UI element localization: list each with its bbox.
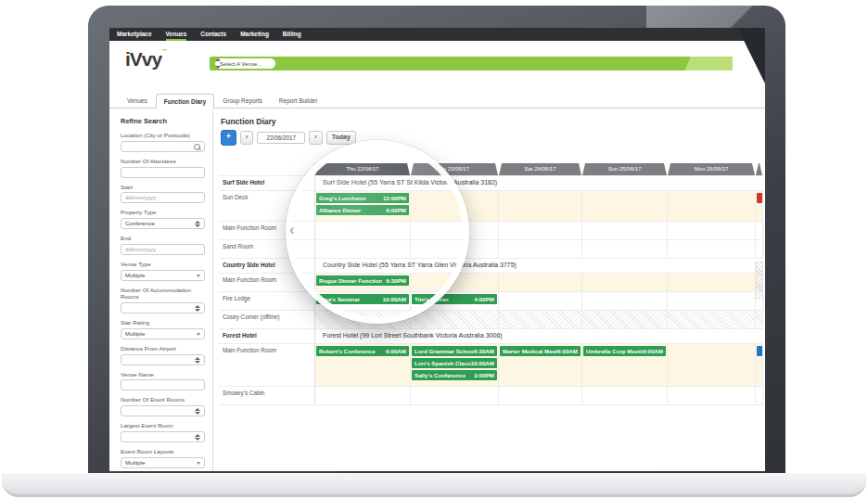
event-title: Umbrella Corp Meeting — [586, 348, 643, 354]
field-label: Venue Name — [121, 371, 205, 378]
day-cell — [582, 240, 668, 258]
field-label: Venue Type — [121, 261, 205, 268]
greenbar-sheen — [631, 57, 733, 70]
event-umbrella-corp-meeting[interactable]: Umbrella Corp Meeting9:00AM — [583, 346, 666, 356]
next-day-button[interactable]: › — [309, 131, 322, 145]
tab-group-reports[interactable]: Group Reports — [214, 93, 271, 108]
event-title: Marter Medical Meeting — [503, 348, 557, 354]
date-input[interactable] — [257, 132, 305, 144]
field-label: Start — [121, 184, 205, 191]
day-cell — [499, 274, 582, 291]
event-ra[interactable]: Ra — [757, 193, 762, 203]
nav-item-marketplace[interactable]: Marketplace — [117, 28, 152, 41]
field-property-type: Property TypeConference — [121, 209, 205, 229]
event-sally-s-conference[interactable]: Sally's Conference3:00PM — [412, 370, 497, 380]
field-number-of-event-rooms: Number Of Event Rooms — [121, 396, 205, 416]
day-cell: Ra — [756, 191, 763, 221]
nav-item-marketing[interactable]: Marketing — [240, 28, 269, 41]
prev-day-button[interactable]: ‹ — [240, 131, 253, 145]
trademark-mark: ™ — [161, 48, 166, 54]
day-cell — [499, 311, 582, 328]
number-of-accommodation-rooms-select[interactable] — [121, 302, 205, 313]
function-diary-main: Function Diary + ‹ › Today Thu 22/06/17F… — [219, 109, 765, 471]
nav-item-venues[interactable]: Venues — [166, 28, 187, 41]
event-q[interactable]: Q — [757, 346, 762, 356]
tab-report-builder[interactable]: Report Builder — [271, 93, 326, 108]
event-lori-s-spanish-class[interactable]: Lori's Spanish Class10:00AM — [412, 358, 497, 368]
day-cell — [499, 387, 582, 404]
room-label: Smokey's Cabin — [219, 387, 315, 404]
day-cell — [582, 274, 668, 291]
field-label: Number Of Attendees — [121, 158, 205, 165]
event-robert-s-conference[interactable]: Robert's Conference6:00AM — [316, 346, 409, 356]
day-cell — [499, 191, 582, 221]
event-title: Lord Grammar School — [415, 348, 474, 354]
field-star-rating: Star RatingMultiple — [121, 319, 205, 339]
refine-search-title: Refine Search — [121, 117, 205, 125]
diary-header-row: Thu 22/06/17Fri 23/06/17Sat 24/06/17Sun … — [219, 163, 763, 176]
end-input[interactable]: dd/mm/yyyy — [121, 244, 205, 255]
add-booking-button[interactable]: + — [221, 130, 236, 146]
largest-event-room-select[interactable] — [121, 431, 205, 442]
stepper-icon — [195, 357, 200, 364]
number-of-attendees-input[interactable] — [121, 167, 205, 178]
event-time: 6:00AM — [557, 348, 578, 354]
tab-venues[interactable]: Venues — [119, 93, 156, 108]
scrollbar-thumb[interactable] — [755, 262, 763, 299]
field-value: Multiple — [121, 271, 204, 280]
day-cell — [499, 240, 582, 258]
field-value: Multiple — [121, 329, 204, 339]
field-label: Location (City or Postcode) — [121, 132, 205, 139]
day-cell — [668, 387, 756, 404]
magnifier-lens[interactable]: ‹ — [286, 140, 469, 324]
venue-select[interactable]: Select A Venue... — [215, 58, 275, 69]
day-cell: Q — [756, 344, 763, 386]
nav-item-contacts[interactable]: Contacts — [200, 28, 226, 41]
event-time: 4:00PM — [474, 296, 494, 302]
start-input[interactable]: dd/mm/yyyy — [121, 192, 205, 203]
star-rating-select[interactable]: Multiple — [121, 328, 205, 339]
day-cell — [668, 222, 756, 239]
nav-item-billing[interactable]: Billing — [283, 28, 301, 41]
today-button[interactable]: Today — [326, 131, 356, 145]
event-lord-grammar-school[interactable]: Lord Grammar School6:30AM — [412, 346, 497, 356]
venue-name-input[interactable] — [121, 379, 205, 390]
distance-from-airport-select[interactable] — [121, 354, 205, 365]
day-cell — [668, 274, 756, 291]
room-row-cosey-corner-offline: Cosey Corner (offline) — [219, 311, 763, 329]
field-label: End — [121, 235, 205, 242]
number-of-event-rooms-select[interactable] — [121, 405, 205, 416]
field-location-city-or-postcode: Location (City or Postcode) — [121, 132, 205, 152]
field-label: Property Type — [121, 209, 205, 216]
day-cell: Lord Grammar School6:30AMLori's Spanish … — [411, 344, 499, 386]
property-type-select[interactable]: Conference — [121, 218, 205, 229]
day-cell — [668, 292, 756, 310]
event-marter-medical-meeting[interactable]: Marter Medical Meeting6:00AM — [500, 346, 581, 356]
field-label: Star Rating — [121, 319, 205, 326]
stepper-icon — [265, 60, 271, 67]
room-label: Cosey Corner (offline) — [219, 311, 315, 328]
tab-function-diary[interactable]: Function Diary — [156, 94, 215, 109]
location-city-or-postcode-input[interactable] — [121, 141, 205, 152]
diary-header-spacer — [219, 163, 315, 175]
day-header-sat-24-06-17: Sat 24/06/17 — [499, 163, 581, 175]
day-cell: Marter Medical Meeting6:00AM — [499, 344, 582, 386]
event-room-layouts-select[interactable]: Multiple — [121, 457, 205, 468]
chevron-left-icon[interactable]: ‹ — [289, 221, 295, 239]
day-cell — [582, 222, 668, 239]
day-cell — [756, 222, 763, 239]
day-cell — [582, 292, 668, 310]
day-cell — [499, 292, 582, 310]
venue-select-bar: Select A Venue... — [210, 57, 733, 70]
day-cell: Umbrella Corp Meeting9:00AM — [582, 344, 668, 386]
day-cell — [499, 222, 582, 239]
venue-select-value: Select A Venue... — [220, 61, 262, 67]
venue-type-select[interactable]: Multiple — [121, 270, 205, 281]
day-cell — [756, 387, 763, 404]
venue-header-row: Forest HotelForest Hotel (99 Lori Street… — [219, 329, 763, 344]
caret-down-icon — [197, 462, 200, 465]
day-cell — [582, 311, 668, 328]
field-end: Enddd/mm/yyyy — [121, 235, 205, 255]
day-cell — [756, 311, 763, 328]
sidebar-fields: Location (City or Postcode)Number Of Att… — [121, 132, 205, 468]
